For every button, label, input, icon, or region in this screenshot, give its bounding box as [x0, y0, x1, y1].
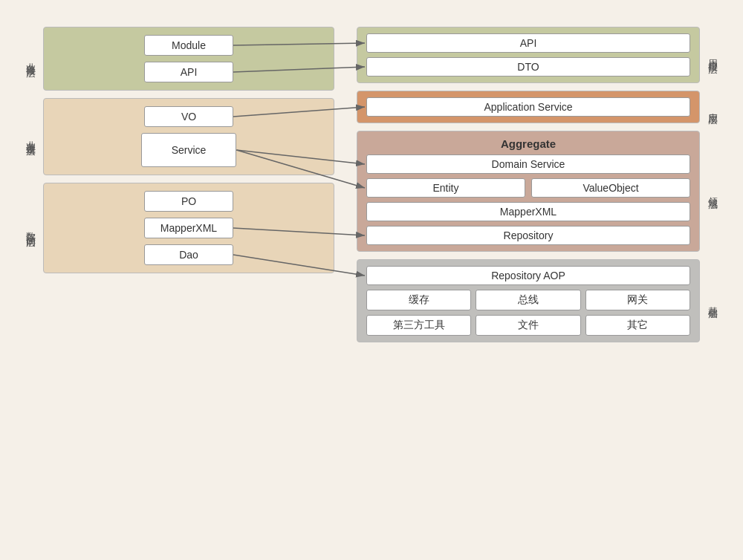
gateway-box: 网关 [585, 290, 690, 310]
mapperxml-box-left: MapperXML [144, 218, 233, 238]
infra-grid-2: 第三方工具 文件 其它 [366, 315, 690, 336]
right-layer-infra-box: Repository AOP 缓存 总线 网关 第三方工具 文件 其它 [357, 259, 700, 342]
right-layer-user-interface-box: API DTO [357, 27, 700, 83]
bus-box: 总线 [476, 290, 580, 310]
app-service-box: Application Service [366, 97, 690, 117]
right-layer-app: Application Service 应用层 [357, 91, 721, 123]
left-layer-interface-label: 业务接口层 [22, 27, 39, 91]
api-box-right: API [366, 33, 690, 53]
left-layer-logic-label: 业务逻辑层 [22, 98, 39, 175]
right-layer-domain-label: 领域层 [704, 131, 721, 252]
dao-box: Dao [144, 244, 233, 265]
left-layer-interface-box: Module API [43, 27, 334, 91]
right-layer-user-interface-label: 用户接口层 [704, 27, 721, 83]
right-layer-domain: Aggregate Domain Service Entity ValueObj… [357, 131, 721, 252]
left-layer-data-label: 数据访问层 [22, 183, 39, 273]
mapperxml-box-right: MapperXML [366, 202, 690, 221]
entity-row: Entity ValueObject [366, 178, 690, 198]
infra-grid-1: 缓存 总线 网关 [366, 290, 690, 310]
valueobject-box: ValueObject [531, 178, 690, 198]
right-layer-app-label: 应用层 [704, 91, 721, 123]
right-layer-domain-box: Aggregate Domain Service Entity ValueObj… [357, 131, 700, 252]
left-layer-logic: 业务逻辑层 VO Service [22, 98, 334, 175]
aggregate-title: Aggregate [366, 137, 690, 150]
dto-box: DTO [366, 57, 690, 76]
service-box: Service [141, 133, 237, 167]
domain-service-box: Domain Service [366, 154, 690, 174]
left-side: 业务接口层 Module API 业务逻辑层 VO Service 数据访问层 … [22, 27, 334, 273]
repository-box: Repository [366, 226, 690, 245]
api-box-left: API [144, 62, 233, 82]
left-layer-logic-box: VO Service [43, 98, 334, 175]
vo-box: VO [144, 106, 233, 127]
left-layer-interface: 业务接口层 Module API [22, 27, 334, 91]
file-box: 文件 [476, 315, 580, 336]
diagram-area: 业务接口层 Module API 业务逻辑层 VO Service 数据访问层 … [22, 27, 721, 342]
third-party-box: 第三方工具 [366, 315, 471, 336]
right-layer-infra: Repository AOP 缓存 总线 网关 第三方工具 文件 其它 基础层 [357, 259, 721, 342]
repository-aop-box: Repository AOP [366, 266, 690, 285]
cache-box: 缓存 [366, 290, 471, 310]
left-layer-data: 数据访问层 PO MapperXML Dao [22, 183, 334, 273]
right-layer-app-box: Application Service [357, 91, 700, 123]
module-box: Module [144, 35, 233, 56]
entity-box: Entity [366, 178, 525, 198]
right-layer-user-interface: API DTO 用户接口层 [357, 27, 721, 83]
right-side: API DTO 用户接口层 Application Service 应用层 Ag… [357, 27, 721, 342]
other-box: 其它 [585, 315, 690, 336]
po-box: PO [144, 191, 233, 212]
left-layer-data-box: PO MapperXML Dao [43, 183, 334, 273]
right-layer-infra-label: 基础层 [704, 259, 721, 342]
